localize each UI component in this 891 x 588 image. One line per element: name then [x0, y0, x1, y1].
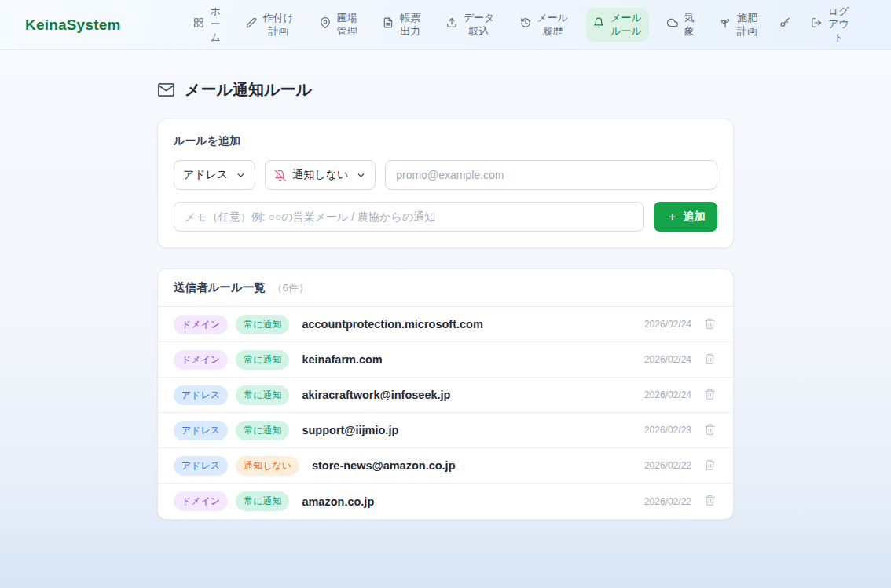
- rule-type-badge: ドメイン: [174, 491, 228, 511]
- rule-value: store-news@amazon.co.jp: [312, 459, 644, 472]
- rules-list-card: 送信者ルール一覧 （6件） ドメイン 常に通知 accountprotectio…: [157, 268, 734, 520]
- page-title-text: メール通知ルール: [185, 79, 312, 100]
- add-rule-title: ルールを追加: [174, 134, 717, 148]
- delete-rule-button[interactable]: [702, 457, 717, 475]
- document-icon: [383, 17, 394, 31]
- plus-icon: ＋: [666, 210, 679, 223]
- nav-item-mail-history[interactable]: メール履歴: [513, 8, 576, 42]
- bell-icon: [593, 17, 604, 31]
- mail-icon: [157, 81, 175, 99]
- delete-rule-button[interactable]: [702, 386, 717, 404]
- nav-item-planting-plan[interactable]: 作付け計画: [239, 8, 302, 42]
- nav-items: ホーム 作付け計画 圃場管理 帳票出力 データ取込 メール履歴 メールルール: [176, 2, 867, 48]
- page-title: メール通知ルール: [157, 79, 734, 100]
- main-content: メール通知ルール ルールを追加 アドレス 通知しない ＋ 追加: [157, 50, 734, 520]
- nav-item-mail-rules[interactable]: メールルール: [586, 8, 649, 42]
- rules-list-count: （6件）: [273, 281, 309, 295]
- rule-action-badge: 常に通知: [236, 350, 289, 370]
- pencil-icon: [246, 17, 257, 31]
- rule-action-badge: 常に通知: [236, 421, 289, 440]
- upload-icon: [446, 17, 457, 31]
- nav-item-key[interactable]: [776, 13, 794, 35]
- nav-label: 圃場管理: [336, 12, 358, 38]
- rule-action-badge: 通知しない: [236, 456, 299, 476]
- rules-list-title: 送信者ルール一覧: [174, 280, 266, 295]
- add-rule-button[interactable]: ＋ 追加: [654, 202, 717, 232]
- memo-input[interactable]: [174, 202, 644, 232]
- rule-date: 2026/02/22: [644, 460, 691, 471]
- rule-date: 2026/02/24: [644, 319, 691, 330]
- rule-type-value: アドレス: [183, 168, 228, 182]
- chevron-down-icon: [236, 170, 246, 181]
- rule-type-badge: アドレス: [174, 456, 228, 476]
- rule-action-badge: 常に通知: [236, 491, 289, 511]
- trash-icon: [704, 388, 716, 403]
- rule-row: ドメイン 常に通知 accountprotection.microsoft.co…: [158, 307, 733, 342]
- sprout-icon: [720, 17, 731, 31]
- nav-item-logout[interactable]: ログアウト: [804, 2, 856, 48]
- rule-row: アドレス 常に通知 akiracraftwork@infoseek.jp 202…: [158, 378, 733, 413]
- rule-value: accountprotection.microsoft.com: [302, 318, 644, 331]
- trash-icon: [704, 494, 716, 509]
- history-icon: [520, 17, 531, 31]
- bell-off-icon: [274, 170, 286, 181]
- nav-label: 気象: [684, 12, 695, 38]
- rule-row: アドレス 常に通知 support@iijmio.jp 2026/02/23: [158, 413, 733, 448]
- rule-date: 2026/02/22: [644, 496, 691, 507]
- delete-rule-button[interactable]: [702, 422, 717, 440]
- rule-row: ドメイン 常に通知 keinafarm.com 2026/02/24: [158, 342, 733, 378]
- rule-action-badge: 常に通知: [236, 385, 289, 405]
- rule-action-value: 通知しない: [292, 168, 348, 182]
- rule-type-badge: ドメイン: [174, 315, 228, 334]
- delete-rule-button[interactable]: [702, 316, 717, 334]
- rule-action-select[interactable]: 通知しない: [265, 160, 376, 190]
- rule-value: support@iijmio.jp: [302, 424, 644, 436]
- logout-icon: [811, 17, 822, 31]
- trash-icon: [704, 458, 716, 473]
- nav-item-home[interactable]: ホーム: [186, 2, 228, 48]
- rule-type-badge: ドメイン: [174, 350, 228, 370]
- nav-label: データ取込: [463, 12, 495, 38]
- rule-type-select[interactable]: アドレス: [174, 160, 255, 190]
- nav-label: ログアウト: [827, 5, 849, 44]
- add-rule-row-1: アドレス 通知しない: [174, 160, 717, 190]
- nav-item-weather[interactable]: 気象: [660, 8, 702, 42]
- rule-value: amazon.co.jp: [302, 495, 644, 508]
- add-rule-row-2: ＋ 追加: [174, 202, 717, 232]
- nav-label: ホーム: [210, 5, 221, 44]
- nav-label: 作付け計画: [262, 12, 295, 38]
- delete-rule-button[interactable]: [702, 492, 717, 510]
- map-pin-icon: [320, 17, 331, 31]
- trash-icon: [704, 423, 716, 438]
- rule-value: keinafarm.com: [302, 353, 644, 366]
- nav-label: メールルール: [610, 12, 642, 38]
- brand-logo[interactable]: KeinaSystem: [25, 16, 121, 34]
- rule-date: 2026/02/24: [644, 354, 691, 365]
- nav-label: 帳票出力: [399, 12, 421, 38]
- address-input[interactable]: [385, 160, 717, 190]
- trash-icon: [704, 317, 716, 332]
- rule-type-badge: アドレス: [174, 385, 228, 405]
- nav-label: メール履歴: [537, 12, 569, 38]
- rule-action-badge: 常に通知: [236, 315, 289, 334]
- nav-item-field-management[interactable]: 圃場管理: [313, 8, 365, 42]
- delete-rule-button[interactable]: [702, 351, 717, 369]
- rule-row: アドレス 通知しない store-news@amazon.co.jp 2026/…: [158, 448, 733, 484]
- rule-row: ドメイン 常に通知 amazon.co.jp 2026/02/22: [158, 484, 733, 519]
- nav-item-fertilization-plan[interactable]: 施肥計画: [713, 8, 765, 42]
- key-icon: [779, 17, 790, 31]
- grid-icon: [193, 17, 204, 31]
- add-rule-card: ルールを追加 アドレス 通知しない ＋ 追加: [157, 119, 734, 248]
- rule-date: 2026/02/24: [644, 389, 691, 400]
- trash-icon: [704, 352, 716, 367]
- nav-item-report-output[interactable]: 帳票出力: [376, 8, 428, 42]
- rules-list-header: 送信者ルール一覧 （6件）: [158, 269, 733, 307]
- top-nav: KeinaSystem ホーム 作付け計画 圃場管理 帳票出力 データ取込 メー…: [0, 0, 891, 50]
- rule-date: 2026/02/23: [644, 425, 691, 436]
- add-button-label: 追加: [684, 210, 706, 224]
- cloud-icon: [667, 17, 678, 31]
- chevron-down-icon: [356, 170, 366, 181]
- nav-item-data-import[interactable]: データ取込: [439, 8, 502, 42]
- nav-label: 施肥計画: [736, 12, 758, 38]
- rule-type-badge: アドレス: [174, 421, 228, 440]
